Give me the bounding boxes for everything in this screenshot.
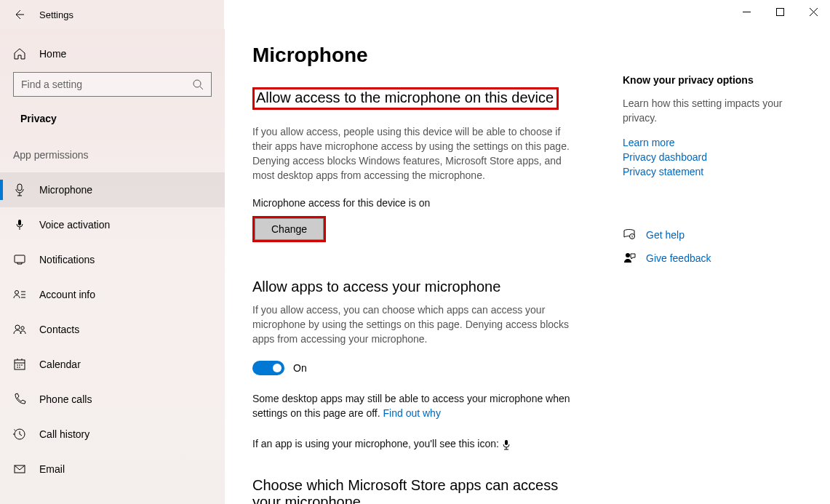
sidebar-subhead: App permissions bbox=[0, 146, 225, 172]
svg-point-7 bbox=[21, 327, 24, 329]
help-icon: ? bbox=[623, 228, 636, 241]
minimize-button[interactable] bbox=[730, 0, 763, 23]
mic-in-use-note: If an app is using your microphone, you'… bbox=[252, 436, 576, 451]
titlebar: Settings bbox=[0, 0, 830, 29]
desktop-apps-note: Some desktop apps may still be able to a… bbox=[252, 391, 576, 420]
microphone-indicator-icon bbox=[502, 439, 511, 449]
search-icon bbox=[192, 79, 204, 90]
svg-text:?: ? bbox=[631, 235, 634, 239]
sidebar-category: Privacy bbox=[0, 110, 225, 146]
history-icon bbox=[13, 428, 26, 441]
find-out-why-link[interactable]: Find out why bbox=[383, 407, 441, 419]
close-button[interactable] bbox=[797, 0, 830, 23]
sidebar-item-label: Contacts bbox=[39, 324, 79, 335]
window-title: Settings bbox=[39, 9, 73, 20]
sidebar-home-label: Home bbox=[39, 48, 66, 60]
sidebar-item-label: Email bbox=[39, 463, 65, 475]
svg-point-14 bbox=[626, 253, 630, 257]
maximize-button[interactable] bbox=[763, 0, 797, 23]
calendar-icon bbox=[13, 358, 26, 371]
section-heading-device-access: Allow access to the microphone on this d… bbox=[252, 87, 559, 110]
svg-point-5 bbox=[15, 291, 19, 295]
section-heading-apps-access: Allow apps to access your microphone bbox=[252, 279, 576, 295]
home-icon bbox=[13, 47, 26, 60]
svg-rect-3 bbox=[18, 220, 21, 225]
feedback-icon bbox=[623, 252, 636, 265]
privacy-statement-link[interactable]: Privacy statement bbox=[623, 166, 805, 177]
sidebar-item-calendar[interactable]: Calendar bbox=[0, 347, 225, 382]
sidebar-item-label: Notifications bbox=[39, 254, 95, 265]
sidebar-item-contacts[interactable]: Contacts bbox=[0, 312, 225, 347]
sidebar-item-label: Call history bbox=[39, 428, 89, 440]
section-desc: If you allow access, people using this d… bbox=[252, 124, 572, 183]
svg-rect-2 bbox=[17, 184, 22, 191]
privacy-dashboard-link[interactable]: Privacy dashboard bbox=[623, 151, 805, 163]
page-title: Microphone bbox=[252, 44, 576, 67]
phone-icon bbox=[13, 393, 26, 406]
device-access-status: Microphone access for this device is on bbox=[252, 197, 576, 209]
svg-rect-0 bbox=[776, 8, 783, 15]
sidebar-item-label: Phone calls bbox=[39, 393, 92, 405]
section-heading-store-apps: Choose which Microsoft Store apps can ac… bbox=[252, 477, 576, 504]
sidebar-item-label: Voice activation bbox=[39, 219, 110, 231]
voice-icon bbox=[13, 218, 26, 231]
svg-rect-11 bbox=[505, 440, 508, 445]
search-box[interactable] bbox=[13, 72, 212, 97]
sidebar-item-email[interactable]: Email bbox=[0, 452, 225, 487]
back-button[interactable] bbox=[13, 9, 25, 20]
learn-more-link[interactable]: Learn more bbox=[623, 137, 805, 148]
sidebar-item-voice-activation[interactable]: Voice activation bbox=[0, 207, 225, 242]
search-input[interactable] bbox=[21, 79, 192, 90]
side-info: Know your privacy options Learn how this… bbox=[623, 44, 812, 504]
sidebar-item-notifications[interactable]: Notifications bbox=[0, 242, 225, 277]
contacts-icon bbox=[13, 323, 26, 336]
change-button[interactable]: Change bbox=[255, 218, 324, 240]
sidebar-item-label: Calendar bbox=[39, 359, 81, 370]
svg-rect-4 bbox=[15, 255, 25, 263]
give-feedback-row[interactable]: Give feedback bbox=[623, 252, 805, 265]
sidebar-item-label: Account info bbox=[39, 289, 95, 300]
svg-point-6 bbox=[15, 325, 20, 329]
section-desc: If you allow access, you can choose whic… bbox=[252, 303, 572, 346]
sidebar-item-phone-calls[interactable]: Phone calls bbox=[0, 382, 225, 417]
give-feedback-link[interactable]: Give feedback bbox=[646, 252, 711, 264]
toggle-label: On bbox=[293, 362, 307, 374]
get-help-link[interactable]: Get help bbox=[646, 229, 685, 241]
sidebar: Home Privacy App permissions Microphone … bbox=[0, 29, 225, 504]
sidebar-item-microphone[interactable]: Microphone bbox=[0, 172, 225, 207]
sidebar-item-label: Microphone bbox=[39, 184, 92, 196]
main-content: Microphone Allow access to the microphon… bbox=[252, 44, 576, 504]
info-desc: Learn how this setting impacts your priv… bbox=[623, 96, 805, 125]
sidebar-item-account-info[interactable]: Account info bbox=[0, 277, 225, 312]
info-heading: Know your privacy options bbox=[623, 74, 805, 86]
email-icon bbox=[13, 463, 26, 476]
apps-access-toggle[interactable] bbox=[252, 361, 284, 375]
sidebar-home[interactable]: Home bbox=[0, 44, 225, 72]
get-help-row[interactable]: ? Get help bbox=[623, 228, 805, 241]
notifications-icon bbox=[13, 253, 26, 266]
account-icon bbox=[13, 288, 26, 301]
microphone-icon bbox=[13, 183, 26, 196]
note-text: If an app is using your microphone, you'… bbox=[252, 438, 502, 449]
svg-point-1 bbox=[193, 80, 201, 87]
sidebar-item-call-history[interactable]: Call history bbox=[0, 417, 225, 452]
